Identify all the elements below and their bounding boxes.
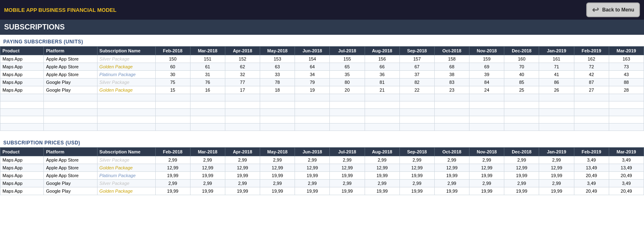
prices-col-mar2018-header: Mar-2018: [190, 148, 225, 156]
value-cell: 2,99: [330, 156, 365, 164]
empty-cell: [295, 94, 330, 101]
empty-cell: [330, 109, 365, 116]
value-cell: 19,99: [365, 172, 399, 180]
paying-table-header: Product Platform Subscription Name Feb-2…: [0, 47, 644, 55]
empty-cell: [504, 116, 539, 124]
empty-cell: [260, 124, 295, 131]
empty-cell: [609, 101, 644, 109]
value-cell: 87: [574, 79, 609, 86]
prices-col-apr2018-header: Apr-2018: [225, 148, 260, 156]
value-cell: 18: [260, 86, 295, 94]
col-jul2018-header: Jul-2018: [330, 47, 365, 55]
table-row: Maps App Apple App Store Silver Package …: [0, 55, 644, 63]
value-cell: 12,99: [504, 164, 539, 172]
prices-col-aug2018-header: Aug-2018: [365, 148, 399, 156]
value-cell: 2,99: [539, 180, 574, 187]
empty-cell: [365, 94, 399, 101]
prices-table: Product Platform Subscription Name Feb-2…: [0, 147, 644, 195]
col-subname-header: Subscription Name: [97, 47, 155, 55]
empty-cell: [155, 109, 190, 116]
empty-cell: [330, 124, 365, 131]
empty-row: [0, 101, 644, 109]
empty-cell: [539, 94, 574, 101]
back-to-menu-button[interactable]: ↩ Back to Menu: [586, 2, 640, 17]
value-cell: 32: [225, 71, 260, 79]
value-cell: 150: [155, 55, 190, 63]
value-cell: 83: [434, 79, 469, 86]
prices-col-mar2019-header: Mar-2019: [609, 148, 644, 156]
value-cell: 19,99: [295, 172, 330, 180]
value-cell: 2,99: [365, 156, 399, 164]
value-cell: 19,99: [330, 172, 365, 180]
header-top: MOBILE APP BUSINESS FINANCIAL MODEL ↩ Ba…: [0, 0, 644, 20]
empty-cell: [365, 109, 399, 116]
value-cell: 2,99: [365, 180, 399, 187]
value-cell: 85: [504, 79, 539, 86]
empty-cell: [469, 116, 504, 124]
col-feb2019-header: Feb-2019: [574, 47, 609, 55]
value-cell: 75: [155, 79, 190, 86]
value-cell: 2,99: [469, 156, 504, 164]
value-cell: 156: [365, 55, 399, 63]
col-aug2018-header: Aug-2018: [365, 47, 399, 55]
value-cell: 79: [295, 79, 330, 86]
empty-cell: [574, 124, 609, 131]
value-cell: 35: [330, 71, 365, 79]
empty-cell: [260, 94, 295, 101]
value-cell: 19,99: [190, 172, 225, 180]
value-cell: 19,99: [469, 172, 504, 180]
value-cell: 19,99: [399, 187, 434, 195]
col-jun2018-header: Jun-2018: [295, 47, 330, 55]
value-cell: 2,99: [504, 156, 539, 164]
subscription-cell: Golden Package: [97, 164, 155, 172]
value-cell: 72: [574, 63, 609, 71]
value-cell: 34: [295, 71, 330, 79]
value-cell: 13,49: [609, 164, 644, 172]
empty-cell: [469, 101, 504, 109]
platform-cell: Google Play: [44, 86, 97, 94]
prices-col-sep2018-header: Sep-2018: [399, 148, 434, 156]
empty-cell: [365, 124, 399, 131]
empty-row: [0, 94, 644, 101]
value-cell: 80: [330, 79, 365, 86]
empty-cell: [295, 116, 330, 124]
value-cell: 19,99: [365, 187, 399, 195]
empty-row: [0, 116, 644, 124]
empty-cell: [97, 116, 155, 124]
value-cell: 163: [609, 55, 644, 63]
value-cell: 19,99: [539, 172, 574, 180]
empty-cell: [539, 109, 574, 116]
value-cell: 12,99: [330, 164, 365, 172]
col-platform-header: Platform: [44, 47, 97, 55]
value-cell: 26: [539, 86, 574, 94]
platform-cell: Apple App Store: [44, 55, 97, 63]
value-cell: 2,99: [399, 156, 434, 164]
value-cell: 3,49: [609, 156, 644, 164]
value-cell: 20,49: [574, 187, 609, 195]
value-cell: 69: [469, 63, 504, 71]
col-nov2018-header: Nov-2018: [469, 47, 504, 55]
table-row: Maps App Apple App Store Silver Package …: [0, 156, 644, 164]
value-cell: 3,49: [574, 156, 609, 164]
value-cell: 19,99: [434, 172, 469, 180]
empty-cell: [330, 94, 365, 101]
empty-cell: [574, 109, 609, 116]
col-mar2019-header: Mar-2019: [609, 47, 644, 55]
product-cell: Maps App: [0, 71, 44, 79]
empty-cell: [504, 109, 539, 116]
empty-cell: [434, 109, 469, 116]
value-cell: 2,99: [190, 156, 225, 164]
empty-cell: [504, 101, 539, 109]
empty-cell: [0, 94, 44, 101]
table-row: Maps App Apple App Store Platinum Packag…: [0, 71, 644, 79]
value-cell: 78: [260, 79, 295, 86]
value-cell: 23: [434, 86, 469, 94]
value-cell: 161: [539, 55, 574, 63]
prices-section-title: SUBSCRIPTION PRICES (USD): [0, 136, 644, 147]
value-cell: 33: [260, 71, 295, 79]
product-cell: Maps App: [0, 63, 44, 71]
prices-col-product-header: Product: [0, 148, 44, 156]
value-cell: 12,99: [295, 164, 330, 172]
prices-col-subname-header: Subscription Name: [97, 148, 155, 156]
product-cell: Maps App: [0, 79, 44, 86]
